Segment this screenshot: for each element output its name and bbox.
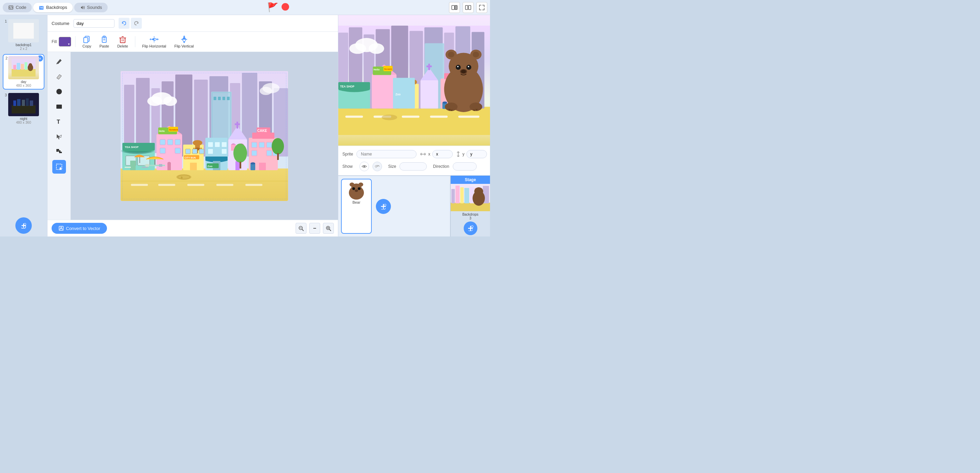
- select-tool[interactable]: [52, 130, 66, 143]
- svg-rect-112: [208, 149, 213, 154]
- add-backdrop-btn[interactable]: [15, 217, 32, 234]
- svg-rect-80: [130, 161, 136, 170]
- canvas-inner: TEA SHOP: [121, 71, 288, 201]
- svg-rect-2: [452, 5, 455, 10]
- svg-rect-158: [345, 116, 363, 118]
- delete-btn[interactable]: Delete: [115, 34, 131, 49]
- bear-sprite-name: Bear: [344, 200, 369, 204]
- backdrop-item-3[interactable]: 3 night 480 x 360: [3, 92, 45, 126]
- svg-rect-109: [208, 142, 213, 147]
- eraser-tool[interactable]: [52, 70, 66, 83]
- add-to-stage-btn[interactable]: [464, 221, 477, 235]
- svg-rect-103: [199, 149, 204, 154]
- paste-btn[interactable]: Paste: [97, 34, 112, 49]
- backdrops-sidebar: 1 backdrop1 2 x 2 2 ✕: [0, 15, 47, 237]
- add-sprite-icon: [380, 203, 387, 210]
- stage-view-controls: [449, 2, 487, 13]
- fullscreen-btn[interactable]: [476, 2, 487, 13]
- backdrop-label-2: day 480 x 360: [5, 80, 42, 88]
- svg-point-205: [473, 52, 479, 57]
- svg-rect-230: [460, 187, 464, 203]
- tab-sounds[interactable]: Sounds: [74, 3, 108, 12]
- bear-thumb: [344, 182, 368, 200]
- svg-rect-37: [56, 149, 58, 150]
- flip-h-btn[interactable]: Flip Horizontal: [139, 34, 169, 49]
- tab-backdrops[interactable]: Backdrops: [33, 3, 72, 12]
- svg-point-223: [355, 190, 358, 192]
- drawing-canvas[interactable]: TEA SHOP: [71, 52, 338, 220]
- backdrop-number-1: 1: [5, 19, 7, 23]
- flip-v-icon: [180, 35, 189, 43]
- x-field[interactable]: [432, 150, 453, 158]
- rectangle-tool[interactable]: [52, 100, 66, 113]
- svg-rect-73: [216, 184, 233, 186]
- svg-rect-108: [205, 156, 228, 161]
- sprite-name-field[interactable]: [356, 150, 417, 158]
- zoom-out-btn[interactable]: [296, 223, 307, 234]
- eye-open-icon: [361, 164, 367, 169]
- sprite-item-bear[interactable]: Bear: [341, 179, 372, 234]
- hide-eye-btn[interactable]: [372, 162, 382, 171]
- convert-to-vector-btn[interactable]: Convert to Vector: [52, 223, 107, 234]
- tab-code[interactable]: Code: [3, 3, 32, 12]
- stage-preview: TEA SHOP Hello Scratch: [338, 15, 490, 146]
- fill-swatch[interactable]: [59, 37, 71, 46]
- svg-rect-82: [142, 167, 148, 168]
- backdrop-item-1[interactable]: 1 backdrop1 2 x 2: [3, 18, 45, 52]
- show-eye-btn[interactable]: [360, 162, 369, 171]
- svg-point-238: [471, 226, 473, 228]
- bear-sprite-preview: [346, 183, 367, 200]
- marquee-tool[interactable]: [52, 160, 66, 174]
- flip-v-btn[interactable]: Flip Vertical: [172, 34, 196, 49]
- svg-rect-93: [139, 157, 140, 163]
- redo-icon: [134, 21, 139, 26]
- text-tool[interactable]: T: [52, 115, 66, 129]
- backdrop-number-3: 3: [5, 93, 7, 97]
- svg-rect-11: [21, 64, 24, 70]
- circle-icon: [56, 88, 63, 96]
- fullscreen-icon: [479, 5, 485, 10]
- costume-name-input[interactable]: [73, 19, 115, 28]
- direction-field[interactable]: [453, 162, 477, 170]
- svg-point-65: [163, 96, 177, 106]
- svg-rect-12: [25, 62, 27, 70]
- pencil-tool[interactable]: [52, 55, 66, 68]
- eye-closed-icon: [374, 164, 380, 169]
- fill-control: Fill: [52, 37, 71, 46]
- backdrop-item-2[interactable]: 2 ✕ day 480 x 360: [3, 54, 45, 89]
- size-field[interactable]: [399, 162, 427, 170]
- fill-tool[interactable]: [52, 145, 66, 159]
- svg-rect-102: [192, 149, 197, 154]
- green-flag-btn[interactable]: 🚩: [267, 2, 278, 13]
- undo-btn[interactable]: [119, 18, 129, 29]
- zoom-in-btn[interactable]: [323, 223, 334, 234]
- y-field[interactable]: [466, 150, 487, 158]
- code-icon: [8, 5, 14, 10]
- svg-point-209: [468, 66, 469, 67]
- svg-rect-160: [402, 116, 420, 118]
- split-view-btn[interactable]: [463, 2, 474, 13]
- svg-rect-227: [451, 203, 490, 211]
- svg-point-213: [469, 102, 482, 111]
- svg-rect-161: [430, 116, 448, 118]
- svg-rect-39: [56, 150, 58, 152]
- svg-text:Scratch: Scratch: [384, 68, 392, 70]
- stop-btn[interactable]: [282, 3, 289, 12]
- green-flag-icon: 🚩: [267, 2, 278, 12]
- copy-btn[interactable]: Copy: [80, 34, 94, 49]
- svg-rect-131: [267, 150, 272, 156]
- stage-thumb[interactable]: [451, 184, 490, 211]
- svg-text:Hello: Hello: [374, 68, 380, 71]
- svg-rect-5: [468, 5, 471, 10]
- convert-icon: [59, 226, 64, 231]
- svg-point-207: [466, 65, 471, 70]
- tools-sidebar: T: [48, 52, 71, 220]
- editor-view-btn[interactable]: [449, 2, 460, 13]
- circle-tool[interactable]: [52, 85, 66, 99]
- add-sprite-btn[interactable]: [376, 199, 391, 214]
- zoom-reset-btn[interactable]: [309, 223, 320, 234]
- stage-backdrops-info: Backdrops 3: [451, 211, 490, 221]
- svg-point-208: [457, 66, 458, 67]
- redo-btn[interactable]: [131, 18, 142, 29]
- svg-rect-47: [136, 78, 150, 153]
